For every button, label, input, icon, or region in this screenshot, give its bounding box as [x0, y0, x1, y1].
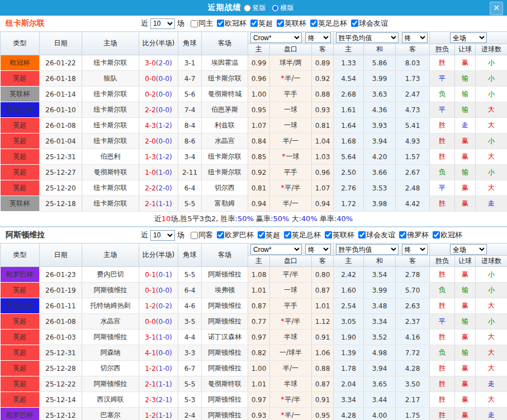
league-checkbox-input[interactable] [217, 20, 224, 27]
fulltime-score: 4-1 [145, 349, 156, 357]
asia-stage-select[interactable]: 终 [305, 244, 331, 255]
type-badge: 英超 [1, 376, 40, 392]
scope-select[interactable]: 全场 [450, 244, 487, 255]
filter-prefix-label: 近 [141, 230, 148, 240]
league-checkbox-input[interactable] [358, 231, 366, 238]
league-checkbox-英足总杯[interactable]: 英足总杯 [284, 230, 321, 240]
match-count-select[interactable]: 10 [150, 230, 175, 241]
score-cell: 3-0(2-0) [139, 55, 178, 71]
same-side-checkbox-input[interactable] [191, 232, 198, 239]
corners-cell: 4-4 [178, 330, 202, 345]
league-checkbox-欧冠杯[interactable]: 欧冠杯 [217, 18, 247, 28]
league-checkbox-英联杯[interactable]: 英联杯 [277, 18, 306, 28]
handicap-cell: 半/一 [270, 361, 312, 376]
corners-cell: 6-7 [178, 361, 202, 376]
league-checkbox-球会友谊[interactable]: 球会友谊 [358, 230, 395, 240]
asia-odds-header: Crow*终 [248, 32, 334, 44]
goals-cell: 大 [476, 392, 507, 408]
euro-stage-select[interactable]: 终 [402, 244, 428, 255]
halftime-score: (0-2) [156, 302, 172, 310]
halftime-score: (0-0) [156, 287, 172, 294]
league-checkbox-input[interactable] [433, 231, 440, 238]
type-badge: 英超 [1, 283, 40, 298]
league-checkbox-英足总杯[interactable]: 英足总杯 [310, 18, 347, 28]
sub-header-euro-draw: 和 [364, 256, 396, 267]
euro-home-odds: 5.64 [334, 149, 364, 165]
scope-select[interactable]: 全场 [450, 32, 487, 43]
euro-draw-odds: 3.48 [364, 298, 396, 314]
match-date: 26-01-10 [40, 102, 82, 118]
same-side-checkbox[interactable]: 同客 [191, 230, 213, 240]
handicap-result-cell: 赢 [455, 267, 476, 283]
handicap-result-cell: 输 [455, 102, 476, 118]
away-team: 水晶宫 [202, 133, 248, 149]
layout-radio-0[interactable]: 竖版 [244, 3, 266, 13]
fulltime-score: 3-0 [145, 59, 156, 67]
away-team: 曼彻斯特城 [202, 87, 248, 102]
score-cell: 0-0(0-0) [139, 314, 178, 330]
score-cell: 2-1(1-1) [139, 376, 178, 392]
league-checkbox-球会友谊[interactable]: 球会友谊 [351, 18, 388, 28]
league-checkbox-input[interactable] [325, 231, 332, 238]
odds-company-select[interactable]: Crow* [250, 32, 302, 43]
euro-stage-select[interactable]: 终 [402, 32, 428, 43]
layout-radio-input-1[interactable] [272, 4, 279, 12]
euro-home-odds: 2.50 [334, 165, 364, 180]
handicap-cell: 一球 [270, 118, 312, 133]
match-count-select[interactable]: 10 [150, 18, 175, 29]
score-cell: 1-2(1-0) [139, 361, 178, 376]
home-team: 阿斯顿维拉 [82, 283, 139, 298]
league-checkbox-label: 球会友谊 [366, 230, 395, 240]
sections-container: 纽卡斯尔联 近 10 场 同主 欧冠杯英超英联杯英足总杯球会友谊 类型 日期 主 [0, 16, 507, 420]
same-side-checkbox[interactable]: 同主 [191, 18, 213, 28]
away-team: 阿斯顿维拉 [202, 392, 248, 408]
layout-radio-input-0[interactable] [244, 4, 251, 12]
type-badge: 英足总杯 [1, 298, 40, 314]
away-team: 纽卡斯尔联 [202, 71, 248, 87]
league-checkbox-input[interactable] [217, 231, 224, 238]
league-checkbox-input[interactable] [310, 20, 318, 27]
euro-home-odds: 1.33 [334, 55, 364, 71]
asia-stage-select[interactable]: 终 [305, 32, 331, 43]
handicap-cell: *平/半 [270, 180, 312, 196]
league-checkbox-欧冠杯[interactable]: 欧冠杯 [433, 230, 462, 240]
asia-away-odds: 0.89 [312, 55, 334, 71]
league-checkbox-英超[interactable]: 英超 [250, 18, 273, 28]
corners-cell: 2-4 [178, 408, 202, 420]
avg-odds-select[interactable]: 胜平负均值 [336, 244, 399, 255]
league-checkbox-欧罗巴杯[interactable]: 欧罗巴杯 [217, 230, 254, 240]
league-checkbox-input[interactable] [258, 231, 265, 238]
league-checkbox-佛罗杯[interactable]: 佛罗杯 [399, 230, 429, 240]
sub-header-goals: 进球数 [476, 256, 507, 267]
league-checkbox-英超[interactable]: 英超 [258, 230, 280, 240]
close-button[interactable]: ✕ [490, 2, 503, 15]
league-checkbox-input[interactable] [250, 20, 258, 27]
league-checkbox-input[interactable] [284, 231, 291, 238]
handicap-result-cell: 赢 [455, 376, 476, 392]
odds-company-select[interactable]: Crow* [250, 244, 302, 255]
score-cell: 0-2(0-0) [139, 87, 178, 102]
league-checkbox-input[interactable] [399, 231, 406, 238]
halftime-score: (2-1) [156, 396, 172, 404]
league-checkbox-label: 英联杯 [333, 230, 354, 240]
asia-home-odds: 1.08 [248, 267, 270, 283]
league-checkbox-input[interactable] [351, 20, 358, 27]
away-team: 阿斯顿维拉 [202, 408, 248, 420]
goals-cell: 走 [476, 376, 507, 392]
league-checkbox-input[interactable] [277, 20, 284, 27]
home-team: 阿斯顿维拉 [82, 330, 139, 345]
layout-radio-1[interactable]: 横版 [272, 3, 294, 13]
same-side-checkbox-input[interactable] [191, 20, 198, 27]
outcome-cell: 胜 [430, 118, 455, 133]
section-header: 阿斯顿维拉 近 10 场 同客 欧罗巴杯英超英足总杯英联杯球会友谊佛罗杯欧冠杯 [0, 227, 507, 243]
asia-home-odds: 0.85 [248, 149, 270, 165]
league-checkbox-英联杯[interactable]: 英联杯 [325, 230, 354, 240]
col-header-corners: 角球 [178, 32, 202, 55]
asia-away-odds: 0.91 [312, 392, 334, 408]
avg-odds-select[interactable]: 胜平负均值 [336, 32, 399, 43]
euro-away-odds: 2.78 [396, 267, 430, 283]
euro-home-odds: 2.42 [334, 267, 364, 283]
handicap-result-cell: 赢 [455, 180, 476, 196]
euro-home-odds: 2.68 [334, 87, 364, 102]
asia-home-odds: 0.92 [248, 165, 270, 180]
